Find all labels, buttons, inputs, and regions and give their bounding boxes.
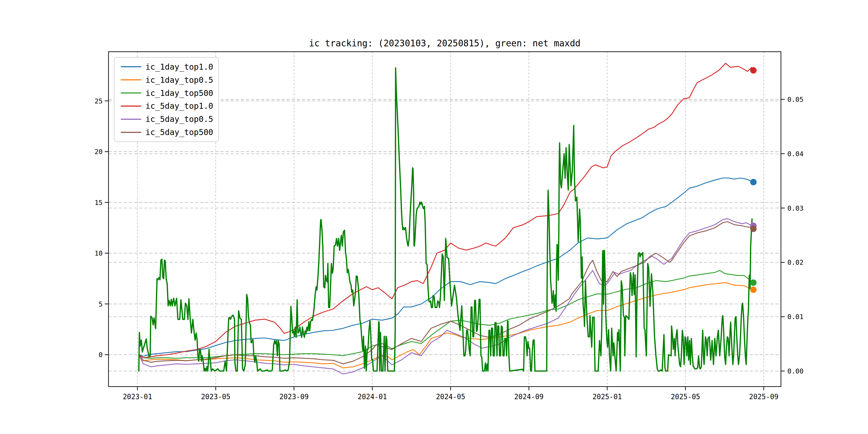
legend-label: ic_1day_top1.0 <box>146 62 213 71</box>
y-tick-label-left: 0 <box>99 351 103 359</box>
end-marker-ic_5day_top500 <box>750 225 756 232</box>
legend-swatch <box>121 66 141 67</box>
legend-label: ic_5day_top500 <box>146 127 213 137</box>
end-marker-ic_1day_top0.5 <box>750 286 756 293</box>
legend-item: ic_1day_top1.0 <box>114 62 218 71</box>
legend-swatch <box>121 132 141 133</box>
x-tick-label: 2024-01 <box>358 393 387 401</box>
y-tick-label-left: 20 <box>95 148 103 156</box>
legend-label: ic_1day_top0.5 <box>146 75 213 85</box>
legend-label: ic_1day_top500 <box>146 88 213 98</box>
chart-title: ic tracking: (20230103, 20250815), green… <box>108 38 781 49</box>
y-tick-label-left: 10 <box>95 249 103 257</box>
y-tick-label-right: 0.04 <box>787 150 803 157</box>
x-tick-label: 2024-09 <box>514 393 544 401</box>
legend-swatch <box>121 92 141 93</box>
x-tick-label: 2025-01 <box>593 393 622 401</box>
series-path-ic_1day_top500 <box>139 270 753 358</box>
legend-swatch <box>121 119 141 120</box>
y-tick-label-right: 0.01 <box>787 313 803 321</box>
legend-item: ic_5day_top0.5 <box>114 114 218 124</box>
series-path-net_maxdd <box>139 68 752 371</box>
legend: ic_1day_top1.0ic_1day_top0.5ic_1day_top5… <box>114 57 219 142</box>
legend-swatch <box>121 105 141 106</box>
legend-item: ic_1day_top500 <box>114 88 218 98</box>
end-marker-ic_1day_top1.0 <box>750 179 756 185</box>
y-tick-label-left: 15 <box>95 198 103 206</box>
legend-item: ic_5day_top1.0 <box>114 101 218 111</box>
y-tick-label-left: 5 <box>99 300 103 308</box>
legend-item: ic_5day_top500 <box>114 127 218 137</box>
end-marker-ic_5day_top1.0 <box>750 67 756 74</box>
figure: ic tracking: (20230103, 20250815), green… <box>0 0 868 434</box>
y-tick-label-right: 0.05 <box>787 96 803 103</box>
y-tick-label-right: 0.03 <box>787 204 803 212</box>
x-tick-label: 2024-05 <box>436 393 465 401</box>
end-marker-ic_1day_top500 <box>750 279 756 286</box>
legend-label: ic_5day_top1.0 <box>146 101 213 111</box>
legend-swatch <box>121 79 141 81</box>
y-tick-label-right: 0.02 <box>787 258 803 266</box>
series-path-ic_5day_top1.0 <box>139 63 753 358</box>
legend-item: ic_1day_top0.5 <box>114 75 218 85</box>
x-tick-label: 2025-09 <box>749 393 778 401</box>
y-tick-label-right: 0.00 <box>787 367 803 375</box>
series-path-ic_1day_top1.0 <box>139 178 753 356</box>
x-tick-label: 2023-09 <box>279 393 309 401</box>
x-tick-label: 2025-05 <box>671 393 700 401</box>
x-tick-label: 2023-01 <box>123 393 152 401</box>
x-tick-label: 2023-05 <box>201 393 230 401</box>
legend-label: ic_5day_top0.5 <box>146 114 213 124</box>
y-tick-label-left: 25 <box>95 97 103 105</box>
